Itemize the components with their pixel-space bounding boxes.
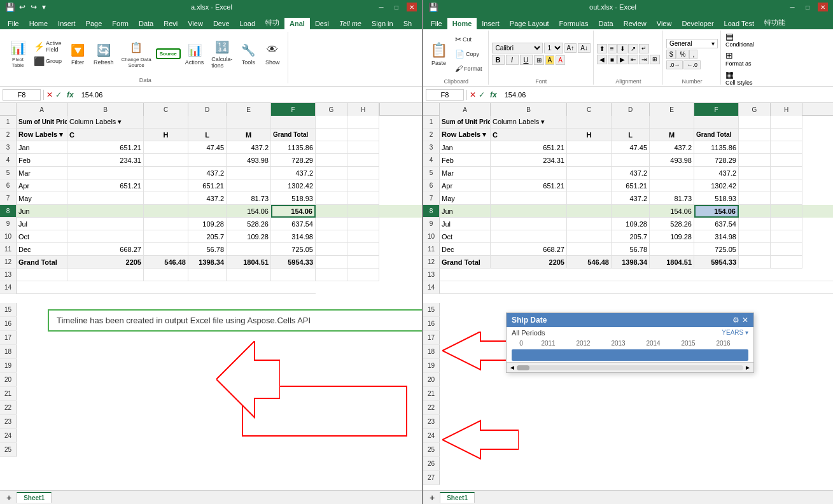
- cell-b6[interactable]: 651.21: [67, 179, 144, 192]
- cell-c2[interactable]: H: [144, 129, 188, 141]
- cell-g2[interactable]: [316, 129, 347, 141]
- cell-c10[interactable]: [144, 230, 188, 243]
- col-header-c[interactable]: C: [144, 103, 188, 116]
- cell-f3[interactable]: 1135.86: [271, 141, 316, 154]
- align-middle-btn[interactable]: ≡: [608, 44, 617, 53]
- decrease-font-btn[interactable]: A↓: [578, 43, 591, 53]
- years-selector[interactable]: YEARS ▾: [722, 329, 748, 337]
- right-cell-d8[interactable]: [612, 205, 650, 218]
- cut-btn[interactable]: ✂Cut: [452, 32, 486, 46]
- right-cell-e4[interactable]: 493.98: [650, 154, 694, 167]
- cell-f5[interactable]: 437.2: [271, 167, 316, 179]
- empty-cell[interactable]: [188, 269, 227, 281]
- cell-c5[interactable]: [144, 167, 188, 179]
- sheet-tab-sheet1[interactable]: Sheet1: [17, 492, 52, 503]
- right-fx-icon[interactable]: fx: [487, 90, 500, 99]
- right-cell-f10[interactable]: 314.98: [694, 230, 739, 243]
- right-cell-b12[interactable]: 2205: [491, 256, 567, 269]
- increase-decimal-btn[interactable]: .0→: [666, 60, 683, 69]
- right-cell-a3[interactable]: Jan: [440, 141, 491, 154]
- right-cell-d11[interactable]: 56.78: [612, 243, 650, 256]
- right-col-header-g[interactable]: G: [739, 103, 771, 116]
- right-cell-b1[interactable]: Column Labels ▾: [491, 116, 567, 129]
- right-cell-d6[interactable]: 651.21: [612, 179, 650, 192]
- cell-f7[interactable]: 518.93: [271, 192, 316, 205]
- tab-revi[interactable]: Revi: [158, 18, 183, 29]
- cell-e4[interactable]: 493.98: [227, 154, 271, 167]
- increase-font-btn[interactable]: A↑: [564, 43, 577, 53]
- cell-f12[interactable]: 5954.33: [271, 256, 316, 269]
- format-as-table-btn[interactable]: ⊞ Format as: [724, 50, 770, 67]
- cell-c4[interactable]: [144, 154, 188, 167]
- right-cell-g2[interactable]: [739, 129, 771, 141]
- cell-d1[interactable]: [188, 116, 227, 129]
- percent-btn[interactable]: $: [666, 50, 676, 59]
- cell-f6[interactable]: 1302.42: [271, 179, 316, 192]
- right-col-header-c[interactable]: C: [567, 103, 612, 116]
- cell-b3[interactable]: 651.21: [67, 141, 144, 154]
- right-cell-d2[interactable]: L: [612, 129, 650, 141]
- right-cell-g11[interactable]: [739, 243, 771, 256]
- minimize-btn[interactable]: ─: [376, 3, 386, 11]
- percent-style-btn[interactable]: %: [676, 50, 689, 59]
- timeline-scroll[interactable]: ◄ ►: [507, 362, 753, 372]
- right-cell-g1[interactable]: [739, 116, 771, 129]
- right-cell-h8[interactable]: [771, 205, 802, 218]
- undo-btn[interactable]: ↩: [18, 3, 27, 11]
- right-cell-c7[interactable]: [567, 192, 612, 205]
- empty-cell[interactable]: [347, 269, 379, 281]
- empty-cell[interactable]: [144, 269, 188, 281]
- col-header-d[interactable]: D: [188, 103, 227, 116]
- cell-c8[interactable]: [144, 205, 188, 218]
- cell-g6[interactable]: [316, 179, 347, 192]
- col-header-g[interactable]: G: [316, 103, 347, 116]
- right-cell-b4[interactable]: 234.31: [491, 154, 567, 167]
- right-cell-f6[interactable]: 1302.42: [694, 179, 739, 192]
- right-formula-input[interactable]: [502, 90, 830, 100]
- cell-c7[interactable]: [144, 192, 188, 205]
- right-cell-c9[interactable]: [567, 218, 612, 230]
- cell-f2[interactable]: Grand Total: [271, 129, 316, 141]
- col-header-f[interactable]: F: [271, 103, 316, 116]
- right-tab-review[interactable]: Review: [619, 18, 652, 29]
- cell-a11[interactable]: Dec: [17, 243, 67, 256]
- right-cell-g12[interactable]: [739, 256, 771, 269]
- empty-cell[interactable]: [17, 281, 316, 294]
- cell-h1[interactable]: [347, 116, 379, 129]
- empty-cell[interactable]: [271, 269, 316, 281]
- right-cell-d7[interactable]: 437.2: [612, 192, 650, 205]
- cell-d9[interactable]: 109.28: [188, 218, 227, 230]
- right-cell-a2[interactable]: Row Labels ▾: [440, 129, 491, 141]
- right-cell-a1[interactable]: Sum of Unit Price: [440, 116, 491, 129]
- cell-a7[interactable]: May: [17, 192, 67, 205]
- cell-b2[interactable]: C: [67, 129, 144, 141]
- scroll-left-btn[interactable]: ◄: [509, 364, 515, 371]
- right-cell-b6[interactable]: 651.21: [491, 179, 567, 192]
- copy-btn[interactable]: 📄Copy: [452, 47, 486, 61]
- cell-b9[interactable]: [67, 218, 144, 230]
- cell-f10[interactable]: 314.98: [271, 230, 316, 243]
- right-cancel-icon[interactable]: ✕: [470, 90, 476, 99]
- merge-cells-btn[interactable]: ⊞: [650, 55, 660, 64]
- right-cell-d3[interactable]: 47.45: [612, 141, 650, 154]
- empty-cell[interactable]: [316, 269, 347, 281]
- right-cell-e12[interactable]: 1804.51: [650, 256, 694, 269]
- right-tab-special[interactable]: 特功能: [759, 16, 790, 29]
- right-cell-f4[interactable]: 728.29: [694, 154, 739, 167]
- col-header-e[interactable]: E: [227, 103, 271, 116]
- underline-btn[interactable]: U: [520, 55, 533, 65]
- right-cell-e9[interactable]: 528.26: [650, 218, 694, 230]
- cell-c11[interactable]: [144, 243, 188, 256]
- cell-g11[interactable]: [316, 243, 347, 256]
- right-cell-e2[interactable]: M: [650, 129, 694, 141]
- right-cell-g7[interactable]: [739, 192, 771, 205]
- cell-e2[interactable]: M: [227, 129, 271, 141]
- right-cell-g10[interactable]: [739, 230, 771, 243]
- right-cell-a4[interactable]: Feb: [440, 154, 491, 167]
- cell-h9[interactable]: [347, 218, 379, 230]
- cell-g1[interactable]: [316, 116, 347, 129]
- cell-b8[interactable]: [67, 205, 144, 218]
- timeline-close-btn[interactable]: ✕: [742, 316, 748, 325]
- right-cell-c4[interactable]: [567, 154, 612, 167]
- cell-h8[interactable]: [347, 205, 379, 218]
